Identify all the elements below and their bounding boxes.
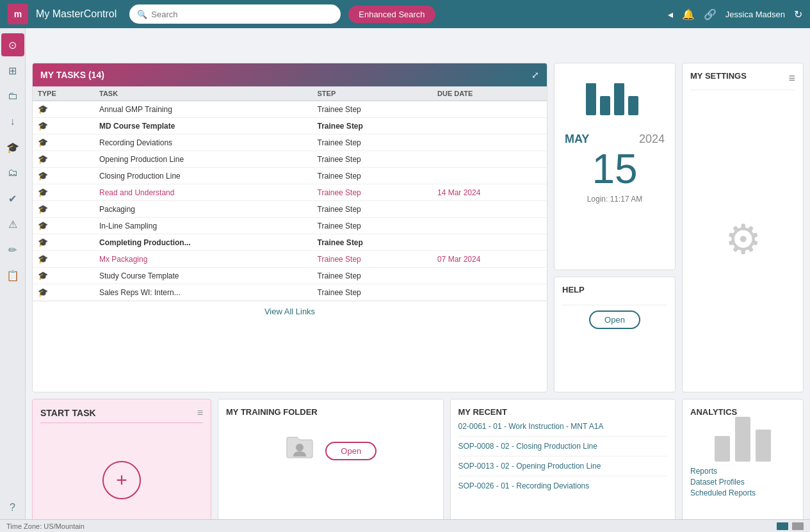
tasks-scroll[interactable]: TYPE TASK STEP DUE DATE 🎓 Annual GMP Tra…	[33, 86, 547, 301]
search-icon: 🔍	[137, 10, 147, 19]
search-bar: 🔍	[129, 4, 341, 24]
table-row[interactable]: 🎓 Mx Packaging Trainee Step 07 Mar 2024	[33, 251, 547, 268]
sidebar-item-edit[interactable]: ✏	[1, 238, 24, 261]
training-open-button[interactable]: Open	[325, 442, 377, 460]
analytics-bar	[756, 430, 771, 462]
settings-title: MY SETTINGS	[690, 71, 747, 81]
task-type-icon: 🎓	[38, 221, 48, 230]
help-open-button[interactable]: Open	[589, 310, 640, 329]
task-type: 🎓	[33, 184, 94, 201]
sidebar-item-dashboard[interactable]: ⊞	[1, 59, 24, 82]
analytics-link-item[interactable]: Scheduled Reports	[690, 488, 795, 497]
app-logo[interactable]: m	[8, 4, 28, 24]
table-row[interactable]: 🎓 Packaging Trainee Step	[33, 201, 547, 218]
task-type: 🎓	[33, 234, 94, 251]
task-name: Opening Production Line	[94, 151, 312, 168]
task-due	[432, 118, 547, 134]
task-name: Recording Deviations	[94, 134, 312, 151]
nav-icons: ◂ 🔔 🔗 Jessica Madsen ↻	[668, 8, 802, 20]
task-step: Trainee Step	[312, 251, 433, 268]
table-row[interactable]: 🎓 MD Course Template Trainee Step	[33, 118, 547, 134]
app-title: My MasterControl	[36, 8, 117, 20]
svg-point-6	[296, 444, 304, 451]
recent-item[interactable]: SOP-0026 - 01 - Recording Deviations	[458, 476, 668, 496]
sidebar-item-alerts[interactable]: ⚠	[1, 213, 24, 236]
task-type: 🎓	[33, 218, 94, 234]
sidebar-item-help[interactable]: ?	[1, 496, 24, 519]
task-name: Read and Understand	[94, 184, 312, 201]
view-all-link[interactable]: View All Links	[264, 307, 315, 316]
expand-icon[interactable]: ⤢	[531, 70, 539, 80]
task-type: 🎓	[33, 251, 94, 268]
search-input[interactable]	[151, 10, 333, 19]
analytics-bar	[735, 417, 750, 462]
svg-rect-2	[600, 96, 610, 115]
col-due: DUE DATE	[432, 86, 547, 101]
recent-widget: MY RECENT 02-0061 - 01 - Work Instructio…	[450, 399, 676, 532]
analytics-title: ANALYTICS	[690, 407, 737, 417]
analytics-link-item[interactable]: Reports	[690, 467, 795, 476]
layout-list-button[interactable]	[792, 522, 804, 530]
table-row[interactable]: 🎓 Closing Production Line Trainee Step	[33, 168, 547, 184]
svg-rect-1	[586, 83, 596, 96]
task-due: 07 Mar 2024	[432, 251, 547, 268]
table-row[interactable]: 🎓 Annual GMP Training Trainee Step	[33, 101, 547, 118]
table-row[interactable]: 🎓 Study Course Template Trainee Step	[33, 268, 547, 284]
my-tasks-title: MY TASKS (14)	[40, 70, 104, 80]
task-step: Trainee Step	[312, 201, 433, 218]
sidebar-item-home[interactable]: ⊙	[1, 33, 24, 56]
add-task-button[interactable]: +	[102, 461, 141, 499]
analytics-link-item[interactable]: Dataset Profiles	[690, 478, 795, 487]
link-icon[interactable]: 🔗	[704, 8, 717, 20]
cal-month-row: MAY 2024	[565, 133, 665, 146]
refresh-icon[interactable]: ↻	[794, 8, 802, 20]
table-row[interactable]: 🎓 In-Line Sampling Trainee Step	[33, 218, 547, 234]
task-due	[432, 101, 547, 118]
enhanced-search-button[interactable]: Enhanced Search	[348, 6, 435, 23]
task-step: Trainee Step	[312, 268, 433, 284]
start-task-divider	[40, 423, 203, 423]
notifications-icon[interactable]: 🔔	[682, 8, 695, 20]
table-row[interactable]: 🎓 Completing Production... Trainee Step	[33, 234, 547, 251]
sidebar-item-download[interactable]: ↓	[1, 110, 24, 133]
table-row[interactable]: 🎓 Read and Understand Trainee Step 14 Ma…	[33, 184, 547, 201]
layout-grid-button[interactable]	[777, 522, 788, 530]
my-tasks-header: MY TASKS (14) ⤢	[33, 63, 547, 86]
settings-menu-icon[interactable]: ≡	[788, 72, 795, 85]
analytics-widget: ANALYTICS ReportsDataset ProfilesSchedul…	[682, 399, 804, 532]
task-type: 🎓	[33, 134, 94, 151]
task-name: Packaging	[94, 201, 312, 218]
task-type: 🎓	[33, 118, 94, 134]
sidebar-item-reports[interactable]: 📋	[1, 264, 24, 287]
user-menu[interactable]: Jessica Madsen	[725, 10, 785, 19]
navigation-icon[interactable]: ◂	[668, 8, 673, 20]
sidebar-item-tasks[interactable]: ✔	[1, 187, 24, 210]
table-row[interactable]: 🎓 Opening Production Line Trainee Step	[33, 151, 547, 168]
status-bar: Time Zone: US/Mountain	[0, 519, 810, 532]
svg-rect-5	[628, 96, 638, 115]
cal-day: 15	[592, 149, 637, 189]
task-due	[432, 151, 547, 168]
table-row[interactable]: 🎓 Sales Reps WI: Intern... Trainee Step	[33, 284, 547, 301]
table-row[interactable]: 🎓 Recording Deviations Trainee Step	[33, 134, 547, 151]
bottom-row: START TASK ≡ + MY TRAINING FOLDER	[32, 399, 676, 532]
task-type: 🎓	[33, 168, 94, 184]
task-type-icon: 🎓	[38, 271, 48, 280]
settings-widget: MY SETTINGS ≡ ⚙	[682, 63, 804, 392]
sidebar-item-folder[interactable]: 🗀	[1, 85, 24, 108]
task-type-icon: 🎓	[38, 104, 48, 114]
recent-item[interactable]: SOP-0013 - 02 - Opening Production Line	[458, 456, 668, 476]
task-type-icon: 🎓	[38, 254, 48, 264]
my-tasks-widget: MY TASKS (14) ⤢ TYPE TASK STEP DUE DATE …	[32, 63, 547, 392]
sidebar-item-documents[interactable]: 🗂	[1, 161, 24, 184]
recent-item[interactable]: 02-0061 - 01 - Work Instruction - MNT A1…	[458, 417, 668, 437]
task-step: Trainee Step	[312, 168, 433, 184]
recent-title: MY RECENT	[458, 407, 507, 417]
tasks-table: TYPE TASK STEP DUE DATE 🎓 Annual GMP Tra…	[33, 86, 547, 301]
task-type-icon: 🎓	[38, 287, 48, 297]
help-content: Open	[562, 310, 667, 329]
recent-item[interactable]: SOP-0008 - 02 - Closing Production Line	[458, 437, 668, 456]
sidebar-item-training[interactable]: 🎓	[1, 136, 24, 159]
task-name: Annual GMP Training	[94, 101, 312, 118]
start-task-menu-icon[interactable]: ≡	[197, 407, 203, 419]
